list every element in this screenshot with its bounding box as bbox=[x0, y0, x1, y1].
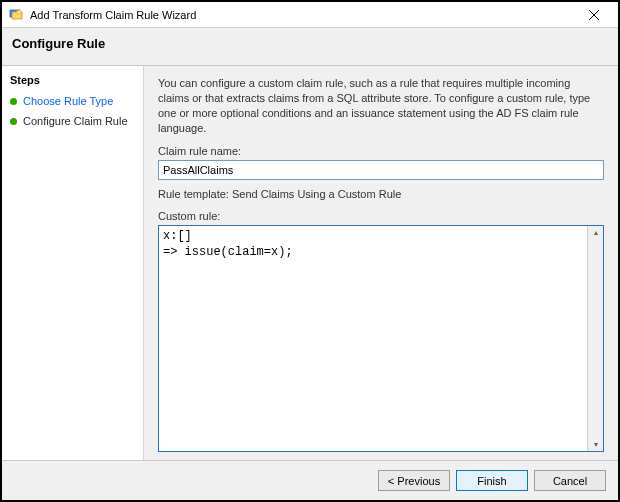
body: Steps Choose Rule Type Configure Claim R… bbox=[2, 65, 618, 460]
page-header: Configure Rule bbox=[2, 28, 618, 65]
cancel-button[interactable]: Cancel bbox=[534, 470, 606, 491]
step-label: Choose Rule Type bbox=[23, 95, 113, 107]
scroll-down-icon: ▾ bbox=[594, 440, 598, 449]
vertical-scrollbar[interactable]: ▴ ▾ bbox=[587, 226, 603, 451]
step-choose-rule-type[interactable]: Choose Rule Type bbox=[2, 91, 143, 111]
wizard-window: Add Transform Claim Rule Wizard Configur… bbox=[0, 0, 620, 502]
page-title: Configure Rule bbox=[12, 36, 608, 51]
bullet-icon bbox=[10, 98, 17, 105]
previous-button[interactable]: < Previous bbox=[378, 470, 450, 491]
close-button[interactable] bbox=[574, 3, 614, 27]
custom-rule-container: ▴ ▾ bbox=[158, 225, 604, 452]
step-configure-claim-rule[interactable]: Configure Claim Rule bbox=[2, 111, 143, 131]
finish-button[interactable]: Finish bbox=[456, 470, 528, 491]
footer: < Previous Finish Cancel bbox=[2, 460, 618, 500]
window-title: Add Transform Claim Rule Wizard bbox=[30, 9, 574, 21]
rule-template-label: Rule template: Send Claims Using a Custo… bbox=[158, 188, 604, 200]
steps-heading: Steps bbox=[2, 68, 143, 91]
steps-sidebar: Steps Choose Rule Type Configure Claim R… bbox=[2, 66, 144, 460]
wizard-icon bbox=[8, 7, 24, 23]
custom-rule-label: Custom rule: bbox=[158, 210, 604, 222]
description-text: You can configure a custom claim rule, s… bbox=[158, 76, 604, 135]
main-panel: You can configure a custom claim rule, s… bbox=[144, 66, 618, 460]
scroll-up-icon: ▴ bbox=[594, 228, 598, 237]
bullet-icon bbox=[10, 118, 17, 125]
titlebar: Add Transform Claim Rule Wizard bbox=[2, 2, 618, 28]
step-label: Configure Claim Rule bbox=[23, 115, 128, 127]
claim-rule-name-label: Claim rule name: bbox=[158, 145, 604, 157]
claim-rule-name-input[interactable] bbox=[158, 160, 604, 180]
custom-rule-textarea[interactable] bbox=[159, 226, 587, 451]
